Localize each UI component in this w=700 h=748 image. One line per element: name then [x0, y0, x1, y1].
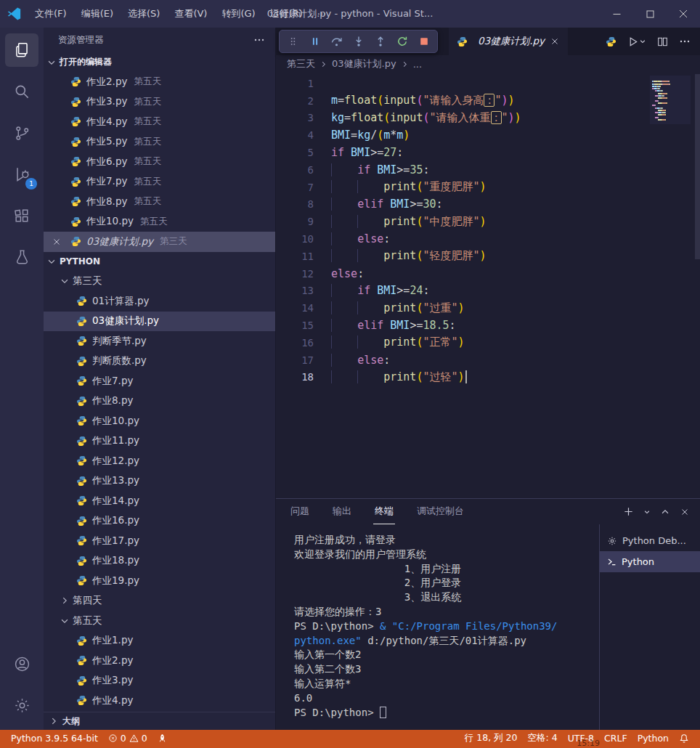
source-control-icon[interactable] — [5, 116, 38, 150]
open-editor-item-4[interactable]: 作业5.py第五天 — [44, 132, 275, 153]
close-button[interactable] — [667, 0, 700, 28]
tree-file-item-14[interactable]: 作业17.py — [44, 531, 275, 551]
step-into-button[interactable] — [349, 32, 368, 52]
tree-file-item-19[interactable]: 作业1.py — [44, 631, 275, 651]
code-line-3: 3kg=float(input("请输入体重：")) — [276, 110, 700, 127]
tab-health-plan-file[interactable]: 03健康计划.py — [449, 28, 568, 55]
maximize-panel-button[interactable] — [660, 507, 670, 517]
notifications-button[interactable] — [674, 731, 694, 745]
breadcrumb-item-2[interactable]: 03健康计划.py — [332, 57, 396, 70]
explorer-icon[interactable] — [5, 33, 38, 67]
account-icon[interactable] — [5, 647, 38, 680]
terminal-dropdown-icon[interactable] — [643, 508, 651, 516]
python-section-header[interactable]: PYTHON — [44, 252, 275, 272]
menu-item-4[interactable]: 查看(V) — [167, 0, 214, 28]
stop-button[interactable] — [414, 32, 434, 52]
indentation-status[interactable]: 空格: 4 — [522, 731, 562, 745]
tree-file-item-13[interactable]: 作业16.py — [44, 511, 275, 532]
open-editor-item-5[interactable]: 作业6.py第五天 — [44, 152, 275, 172]
search-icon[interactable] — [5, 75, 38, 108]
outline-section-header[interactable]: 大纲 — [44, 712, 275, 730]
tree-file-item-4[interactable]: 判断季节.py — [44, 331, 275, 351]
cursor-position-status[interactable]: 行 18, 列 20 — [460, 731, 523, 745]
tree-file-item-5[interactable]: 判断质数.py — [44, 351, 275, 372]
panel-tab-2[interactable]: 输出 — [331, 499, 353, 524]
open-editor-item-9[interactable]: 03健康计划.py第三天 — [44, 232, 275, 252]
run-python-file-button[interactable] — [627, 36, 646, 47]
panel-tab-4[interactable]: 调试控制台 — [415, 499, 465, 524]
warning-count: 0 — [142, 733, 147, 744]
breadcrumb-item-1[interactable]: 第三天 — [287, 57, 315, 70]
open-editors-section-header[interactable]: 打开的编辑器 — [44, 52, 275, 72]
editor-more-actions-button[interactable] — [679, 36, 691, 47]
open-editor-item-2[interactable]: 作业3.py第五天 — [44, 92, 275, 113]
tree-file-item-22[interactable]: 作业4.py — [44, 691, 275, 711]
open-editor-item-7[interactable]: 作业8.py第五天 — [44, 192, 275, 212]
tree-file-item-20[interactable]: 作业2.py — [44, 651, 275, 671]
breadcrumb-item-3[interactable]: ... — [413, 59, 422, 70]
problems-status[interactable]: 0 0 — [103, 731, 152, 745]
step-out-button[interactable] — [370, 32, 390, 52]
menu-item-1[interactable]: 文件(F) — [28, 0, 74, 28]
launch-status[interactable] — [152, 731, 172, 745]
explorer-more-actions-icon[interactable] — [253, 34, 265, 46]
tree-file-item-6[interactable]: 作业7.py — [44, 371, 275, 391]
code-line-14: 14 print("过重") — [276, 299, 700, 317]
tree-file-item-16[interactable]: 作业19.py — [44, 571, 275, 591]
run-debug-icon[interactable]: 1 — [5, 158, 38, 191]
close-panel-button[interactable] — [680, 507, 690, 517]
terminal-list-item-1[interactable]: Python Deb... — [600, 530, 700, 551]
tree-folder-item-18[interactable]: 第五天 — [44, 611, 275, 631]
tree-file-item-21[interactable]: 作业3.py — [44, 671, 275, 691]
pause-button[interactable] — [305, 32, 325, 52]
tree-folder-item-17[interactable]: 第四天 — [44, 591, 275, 611]
extensions-icon[interactable] — [5, 199, 38, 232]
minimap[interactable] — [650, 76, 691, 124]
panel-tab-3[interactable]: 终端 — [373, 499, 395, 524]
open-editor-item-8[interactable]: 作业10.py第五天 — [44, 212, 275, 232]
tree-file-item-2[interactable]: 01计算器.py — [44, 291, 275, 312]
testing-flask-icon[interactable] — [5, 240, 38, 274]
step-over-button[interactable] — [327, 32, 346, 52]
editor-scrollbar[interactable] — [695, 74, 700, 259]
code-line-4: 4BMI=kg/(m*m) — [276, 126, 700, 144]
terminal-line-10: 输入第二个数3 — [294, 662, 599, 677]
menu-item-5[interactable]: 转到(G) — [214, 0, 262, 28]
tree-file-item-10[interactable]: 作业12.py — [44, 451, 275, 471]
minimize-button[interactable] — [600, 0, 633, 28]
open-editor-item-3[interactable]: 作业4.py第五天 — [44, 112, 275, 132]
menu-item-2[interactable]: 编辑(E) — [74, 0, 121, 28]
restart-button[interactable] — [392, 32, 412, 52]
settings-gear-icon[interactable] — [5, 688, 38, 722]
terminal-list-item-2[interactable]: Python — [600, 551, 700, 572]
debug-toolbar-drag-handle[interactable] — [283, 32, 303, 52]
tree-folder-item-1[interactable]: 第三天 — [44, 272, 275, 292]
line-number: 8 — [276, 198, 314, 210]
window-title: 03健康计划.py - python - Visual St... — [267, 7, 434, 20]
close-icon[interactable] — [52, 237, 62, 247]
menu-item-3[interactable]: 选择(S) — [121, 0, 167, 28]
tab-bar: 03健康计划.py — [276, 28, 700, 55]
tab-close-icon[interactable] — [550, 36, 560, 46]
tree-file-item-3[interactable]: 03健康计划.py — [44, 312, 275, 332]
code-editor[interactable]: 12m=float(input("请输入身高："))3kg=float(inpu… — [276, 73, 700, 498]
terminal-output[interactable]: 用户注册成功，请登录欢迎登录我们的用户管理系统 1、用户注册 2、用户登录 3、… — [276, 524, 599, 730]
python-interpreter-status[interactable]: Python 3.9.5 64-bit — [6, 731, 103, 745]
language-mode-status[interactable]: Python — [632, 731, 674, 745]
tree-file-item-11[interactable]: 作业13.py — [44, 471, 275, 492]
eol-status[interactable]: CRLF — [599, 731, 632, 745]
open-editor-item-1[interactable]: 作业2.py第五天 — [44, 72, 275, 92]
tree-file-item-7[interactable]: 作业8.py — [44, 391, 275, 412]
tree-item-label: 判断质数.py — [92, 354, 147, 367]
tree-file-item-12[interactable]: 作业14.py — [44, 491, 275, 511]
split-editor-button[interactable] — [657, 36, 668, 47]
chevron-down-icon — [46, 57, 57, 68]
new-terminal-button[interactable] — [623, 506, 634, 517]
tree-file-item-9[interactable]: 作业11.py — [44, 431, 275, 452]
panel-tab-1[interactable]: 问题 — [289, 499, 311, 524]
open-editor-item-6[interactable]: 作业7.py第五天 — [44, 172, 275, 192]
maximize-button[interactable] — [633, 0, 667, 28]
tree-file-item-15[interactable]: 作业18.py — [44, 551, 275, 572]
tree-file-item-8[interactable]: 作业10.py — [44, 411, 275, 431]
code-text: elif BMI>=18.5: — [314, 319, 456, 332]
